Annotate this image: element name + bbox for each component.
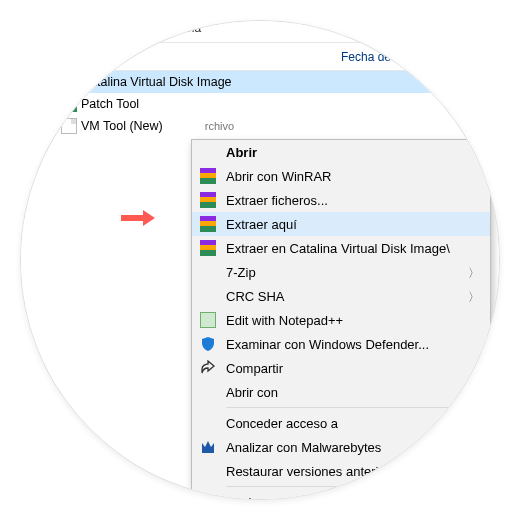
file-row-vmtool[interactable]: VM Tool (New) rchivo — [20, 115, 500, 137]
menu-extract-to[interactable]: Extraer en Catalina Virtual Disk Image\ — [192, 236, 490, 260]
file-row-catalina[interactable]: Catalina Virtual Disk Image — [20, 71, 500, 93]
menu-separator — [226, 486, 490, 487]
share-icon — [200, 360, 216, 376]
winrar-icon — [200, 240, 216, 256]
chevron-right-icon: 〉 — [468, 416, 480, 433]
bc-folder2[interactable]: macOS Catalina — [108, 21, 207, 35]
col-name[interactable]: Nombre — [61, 50, 341, 64]
menu-open-winrar[interactable]: Abrir con WinRAR — [192, 164, 490, 188]
file-row-patchtool[interactable]: Patch Tool — [20, 93, 500, 115]
menu-notepadpp[interactable]: Edit with Notepad++ — [192, 308, 490, 332]
bc-sep: › — [40, 21, 44, 35]
winrar-icon — [200, 216, 216, 232]
menu-7zip[interactable]: 7-Zip 〉 — [192, 260, 490, 284]
winrar-icon — [200, 168, 216, 184]
sidebar-text: rchivo — [205, 120, 234, 132]
shield-icon — [200, 336, 216, 352]
menu-extract-files[interactable]: Extraer ficheros... — [192, 188, 490, 212]
winrar-icon — [61, 96, 77, 112]
winrar-icon — [200, 192, 216, 208]
menu-restore[interactable]: Restaurar versiones anteriores — [192, 459, 490, 483]
chevron-right-icon: 〉 — [468, 495, 480, 500]
winrar-icon — [61, 74, 77, 90]
bc-drive[interactable]: evo vol (D:) — [20, 21, 40, 35]
menu-grant-access[interactable]: Conceder acceso a 〉 — [192, 411, 490, 435]
file-name: Catalina Virtual Disk Image — [81, 75, 232, 89]
menu-defender[interactable]: Examinar con Windows Defender... — [192, 332, 490, 356]
menu-extract-here[interactable]: Extraer aquí — [192, 212, 490, 236]
menu-open[interactable]: Abrir — [192, 140, 490, 164]
notepadpp-icon — [200, 312, 216, 328]
chevron-right-icon: 〉 — [468, 265, 480, 282]
breadcrumb[interactable]: evo vol (D:) › Software › macOS Catalina — [20, 20, 500, 43]
col-modified[interactable]: Fecha de modificación — [341, 50, 500, 64]
menu-send-to[interactable]: Enviar a 〉 — [192, 490, 490, 500]
column-headers[interactable]: Nombre Fecha de modificación — [20, 43, 500, 71]
up-arrow-icon — [47, 49, 61, 63]
file-list: Catalina Virtual Disk Image Patch Tool V… — [20, 71, 500, 137]
malwarebytes-icon — [200, 439, 216, 455]
file-name: Patch Tool — [81, 97, 139, 111]
menu-malwarebytes[interactable]: Analizar con Malwarebytes — [192, 435, 490, 459]
context-menu[interactable]: Abrir Abrir con WinRAR Extraer ficheros.… — [191, 139, 491, 500]
bc-folder1[interactable]: Software — [44, 21, 103, 35]
menu-separator — [226, 407, 490, 408]
bc-sep: › — [104, 21, 108, 35]
file-icon — [61, 118, 77, 134]
menu-share[interactable]: Compartir — [192, 356, 490, 380]
red-arrow-annotation — [121, 210, 155, 226]
chevron-right-icon: 〉 — [468, 289, 480, 306]
file-name: VM Tool (New) — [81, 119, 163, 133]
menu-open-with[interactable]: Abrir con 〉 — [192, 380, 490, 404]
chevron-right-icon: 〉 — [468, 385, 480, 402]
menu-crc[interactable]: CRC SHA 〉 — [192, 284, 490, 308]
